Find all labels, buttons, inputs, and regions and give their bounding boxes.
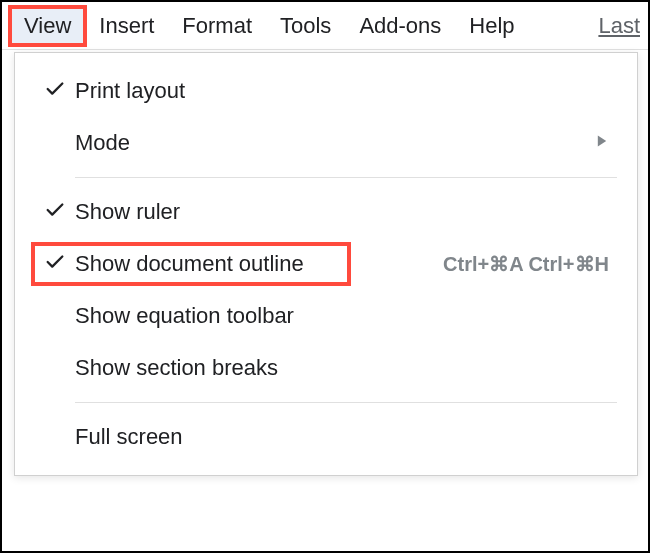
divider — [75, 402, 617, 403]
menu-help-label: Help — [469, 13, 514, 38]
menu-show-section-breaks[interactable]: Show section breaks — [15, 342, 637, 394]
check-icon — [44, 78, 66, 104]
show-outline-label: Show document outline — [75, 251, 304, 277]
menu-tools[interactable]: Tools — [266, 7, 345, 45]
menu-tools-label: Tools — [280, 13, 331, 38]
show-equation-label: Show equation toolbar — [75, 303, 294, 329]
check-icon — [44, 199, 66, 225]
last-edit-label: Last — [598, 13, 640, 38]
mode-label: Mode — [75, 130, 130, 156]
view-dropdown: Print layout Mode Show ruler Show docume… — [14, 52, 638, 476]
menu-insert-label: Insert — [99, 13, 154, 38]
full-screen-label: Full screen — [75, 424, 183, 450]
check-icon — [44, 251, 66, 277]
menu-show-ruler[interactable]: Show ruler — [15, 186, 637, 238]
menu-format-label: Format — [182, 13, 252, 38]
menubar: View Insert Format Tools Add-ons Help La… — [2, 2, 648, 50]
show-section-label: Show section breaks — [75, 355, 278, 381]
show-outline-shortcut: Ctrl+⌘A Ctrl+⌘H — [443, 252, 617, 276]
menu-help[interactable]: Help — [455, 7, 528, 45]
submenu-arrow-icon — [595, 134, 617, 152]
print-layout-label: Print layout — [75, 78, 185, 104]
menu-view-label: View — [24, 13, 71, 38]
menu-insert[interactable]: Insert — [85, 7, 168, 45]
menu-show-equation-toolbar[interactable]: Show equation toolbar — [15, 290, 637, 342]
menu-view[interactable]: View — [10, 7, 85, 45]
last-edit-link[interactable]: Last — [584, 7, 640, 45]
show-ruler-label: Show ruler — [75, 199, 180, 225]
menu-format[interactable]: Format — [168, 7, 266, 45]
menu-addons[interactable]: Add-ons — [345, 7, 455, 45]
menu-print-layout[interactable]: Print layout — [15, 65, 637, 117]
menu-mode[interactable]: Mode — [15, 117, 637, 169]
divider — [75, 177, 617, 178]
menu-addons-label: Add-ons — [359, 13, 441, 38]
menu-full-screen[interactable]: Full screen — [15, 411, 637, 463]
menu-show-document-outline[interactable]: Show document outline Ctrl+⌘A Ctrl+⌘H — [15, 238, 637, 290]
